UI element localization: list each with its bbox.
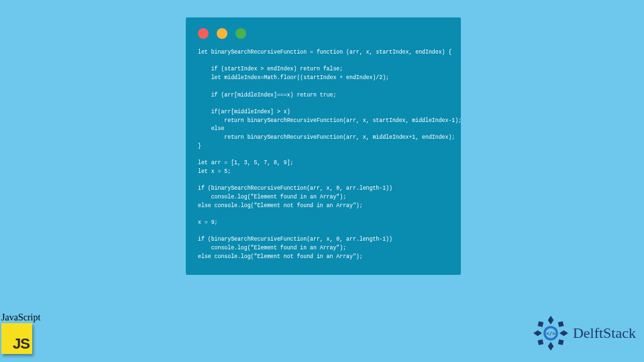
svg-text:</>: </> — [546, 330, 555, 337]
svg-marker-6 — [537, 339, 543, 345]
svg-marker-0 — [548, 316, 554, 324]
brand-logo: </> DelftStack — [533, 315, 636, 351]
code-window: let binarySearchRecursiveFunction = func… — [186, 17, 461, 275]
close-icon — [198, 28, 209, 39]
svg-marker-2 — [533, 330, 542, 337]
svg-marker-4 — [537, 321, 543, 327]
javascript-badge: JavaScript JS — [1, 312, 40, 354]
window-traffic-lights — [198, 24, 449, 48]
svg-marker-7 — [558, 339, 564, 345]
javascript-logo-text: JS — [13, 335, 30, 353]
maximize-icon — [235, 28, 246, 39]
minimize-icon — [217, 28, 227, 39]
svg-marker-1 — [548, 342, 554, 351]
javascript-logo-icon: JS — [1, 323, 32, 354]
brand-emblem-icon: </> — [533, 315, 569, 351]
brand-name: DelftStack — [573, 324, 636, 342]
svg-marker-3 — [559, 330, 568, 337]
javascript-label: JavaScript — [1, 312, 40, 323]
svg-marker-5 — [558, 321, 564, 327]
code-block: let binarySearchRecursiveFunction = func… — [198, 48, 449, 261]
